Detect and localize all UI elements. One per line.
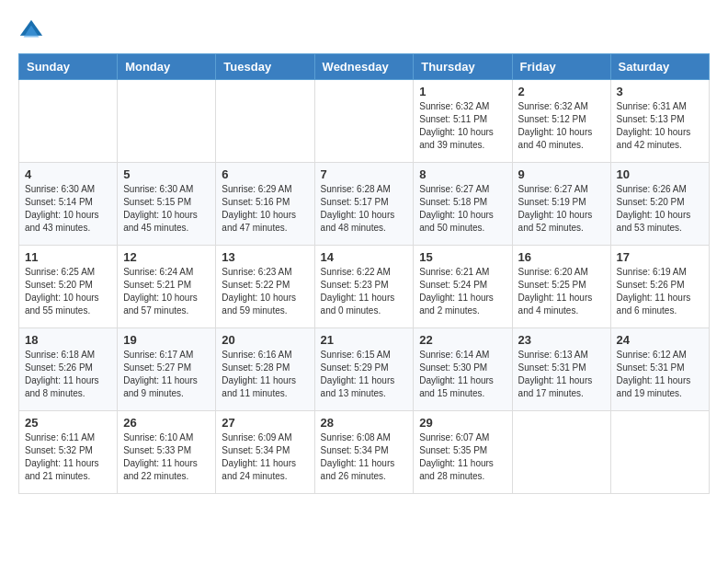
calendar-day-cell: 1Sunrise: 6:32 AM Sunset: 5:11 PM Daylig…	[414, 80, 512, 163]
calendar-day-cell: 13Sunrise: 6:23 AM Sunset: 5:22 PM Dayli…	[216, 246, 314, 328]
calendar-day-cell: 6Sunrise: 6:29 AM Sunset: 5:16 PM Daylig…	[216, 163, 314, 246]
day-number: 12	[123, 250, 210, 264]
calendar-day-cell: 5Sunrise: 6:30 AM Sunset: 5:15 PM Daylig…	[118, 163, 216, 246]
day-number: 14	[321, 250, 408, 264]
day-info: Sunrise: 6:22 AM Sunset: 5:23 PM Dayligh…	[321, 266, 408, 317]
day-number: 20	[222, 333, 308, 347]
day-number: 6	[222, 167, 308, 181]
weekday-header-sunday: Sunday	[19, 54, 118, 80]
calendar-day-cell: 7Sunrise: 6:28 AM Sunset: 5:17 PM Daylig…	[314, 163, 414, 246]
calendar-week-row: 11Sunrise: 6:25 AM Sunset: 5:20 PM Dayli…	[19, 246, 710, 328]
day-info: Sunrise: 6:28 AM Sunset: 5:17 PM Dayligh…	[321, 183, 408, 235]
day-info: Sunrise: 6:20 AM Sunset: 5:25 PM Dayligh…	[518, 266, 605, 317]
day-number: 15	[419, 250, 506, 264]
day-number: 9	[518, 167, 605, 181]
calendar-day-cell	[118, 80, 216, 163]
day-number: 10	[617, 167, 703, 181]
day-number: 3	[617, 85, 703, 98]
day-number: 7	[321, 167, 408, 181]
day-number: 22	[419, 333, 506, 347]
day-info: Sunrise: 6:23 AM Sunset: 5:22 PM Dayligh…	[222, 266, 308, 317]
day-number: 18	[25, 333, 111, 347]
weekday-header-wednesday: Wednesday	[314, 54, 414, 80]
day-number: 5	[123, 167, 210, 181]
day-number: 2	[518, 85, 605, 98]
calendar-week-row: 18Sunrise: 6:18 AM Sunset: 5:26 PM Dayli…	[19, 328, 710, 411]
day-info: Sunrise: 6:08 AM Sunset: 5:34 PM Dayligh…	[321, 431, 408, 483]
day-info: Sunrise: 6:10 AM Sunset: 5:33 PM Dayligh…	[123, 431, 210, 483]
calendar-day-cell	[216, 80, 314, 163]
calendar-week-row: 4Sunrise: 6:30 AM Sunset: 5:14 PM Daylig…	[19, 163, 710, 246]
day-info: Sunrise: 6:18 AM Sunset: 5:26 PM Dayligh…	[25, 349, 111, 400]
day-number: 13	[222, 250, 308, 264]
day-info: Sunrise: 6:11 AM Sunset: 5:32 PM Dayligh…	[25, 431, 111, 483]
day-info: Sunrise: 6:07 AM Sunset: 5:35 PM Dayligh…	[419, 431, 506, 483]
day-info: Sunrise: 6:29 AM Sunset: 5:16 PM Dayligh…	[222, 183, 308, 235]
day-info: Sunrise: 6:13 AM Sunset: 5:31 PM Dayligh…	[518, 349, 605, 400]
day-info: Sunrise: 6:30 AM Sunset: 5:14 PM Dayligh…	[25, 183, 111, 235]
day-number: 21	[321, 333, 408, 347]
day-info: Sunrise: 6:16 AM Sunset: 5:28 PM Dayligh…	[222, 349, 308, 400]
calendar-day-cell: 12Sunrise: 6:24 AM Sunset: 5:21 PM Dayli…	[118, 246, 216, 328]
day-info: Sunrise: 6:14 AM Sunset: 5:30 PM Dayligh…	[419, 349, 506, 400]
calendar-day-cell: 24Sunrise: 6:12 AM Sunset: 5:31 PM Dayli…	[610, 328, 709, 411]
weekday-header-tuesday: Tuesday	[216, 54, 314, 80]
calendar-day-cell: 16Sunrise: 6:20 AM Sunset: 5:25 PM Dayli…	[512, 246, 610, 328]
day-info: Sunrise: 6:17 AM Sunset: 5:27 PM Dayligh…	[123, 349, 210, 400]
day-info: Sunrise: 6:19 AM Sunset: 5:26 PM Dayligh…	[617, 266, 703, 317]
weekday-header-saturday: Saturday	[610, 54, 709, 80]
day-info: Sunrise: 6:25 AM Sunset: 5:20 PM Dayligh…	[25, 266, 111, 317]
calendar-day-cell: 20Sunrise: 6:16 AM Sunset: 5:28 PM Dayli…	[216, 328, 314, 411]
calendar-day-cell: 26Sunrise: 6:10 AM Sunset: 5:33 PM Dayli…	[118, 411, 216, 494]
logo-icon	[18, 18, 44, 44]
calendar-day-cell: 4Sunrise: 6:30 AM Sunset: 5:14 PM Daylig…	[19, 163, 118, 246]
day-info: Sunrise: 6:27 AM Sunset: 5:18 PM Dayligh…	[419, 183, 506, 235]
day-number: 8	[419, 167, 506, 181]
calendar-day-cell: 11Sunrise: 6:25 AM Sunset: 5:20 PM Dayli…	[19, 246, 118, 328]
day-number: 24	[617, 333, 703, 347]
calendar-day-cell	[512, 411, 610, 494]
calendar-week-row: 25Sunrise: 6:11 AM Sunset: 5:32 PM Dayli…	[19, 411, 710, 494]
day-number: 1	[419, 85, 506, 98]
page-header	[18, 18, 710, 44]
calendar-day-cell	[19, 80, 118, 163]
day-number: 28	[321, 416, 408, 430]
day-info: Sunrise: 6:09 AM Sunset: 5:34 PM Dayligh…	[222, 431, 308, 483]
calendar-day-cell: 9Sunrise: 6:27 AM Sunset: 5:19 PM Daylig…	[512, 163, 610, 246]
calendar-header: SundayMondayTuesdayWednesdayThursdayFrid…	[19, 54, 710, 80]
weekday-header-row: SundayMondayTuesdayWednesdayThursdayFrid…	[19, 54, 710, 80]
weekday-header-thursday: Thursday	[414, 54, 512, 80]
calendar-day-cell: 15Sunrise: 6:21 AM Sunset: 5:24 PM Dayli…	[414, 246, 512, 328]
calendar-day-cell: 23Sunrise: 6:13 AM Sunset: 5:31 PM Dayli…	[512, 328, 610, 411]
calendar-day-cell	[314, 80, 414, 163]
calendar-day-cell: 22Sunrise: 6:14 AM Sunset: 5:30 PM Dayli…	[414, 328, 512, 411]
day-number: 27	[222, 416, 308, 430]
calendar-day-cell: 19Sunrise: 6:17 AM Sunset: 5:27 PM Dayli…	[118, 328, 216, 411]
day-info: Sunrise: 6:30 AM Sunset: 5:15 PM Dayligh…	[123, 183, 210, 235]
day-number: 4	[25, 167, 111, 181]
calendar-day-cell: 10Sunrise: 6:26 AM Sunset: 5:20 PM Dayli…	[610, 163, 709, 246]
day-info: Sunrise: 6:32 AM Sunset: 5:11 PM Dayligh…	[419, 100, 506, 152]
calendar-table: SundayMondayTuesdayWednesdayThursdayFrid…	[18, 53, 710, 494]
day-info: Sunrise: 6:24 AM Sunset: 5:21 PM Dayligh…	[123, 266, 210, 317]
calendar-day-cell: 14Sunrise: 6:22 AM Sunset: 5:23 PM Dayli…	[314, 246, 414, 328]
day-info: Sunrise: 6:21 AM Sunset: 5:24 PM Dayligh…	[419, 266, 506, 317]
day-info: Sunrise: 6:32 AM Sunset: 5:12 PM Dayligh…	[518, 100, 605, 152]
day-number: 17	[617, 250, 703, 264]
calendar-day-cell: 17Sunrise: 6:19 AM Sunset: 5:26 PM Dayli…	[610, 246, 709, 328]
calendar-day-cell: 8Sunrise: 6:27 AM Sunset: 5:18 PM Daylig…	[414, 163, 512, 246]
day-number: 23	[518, 333, 605, 347]
calendar-day-cell	[610, 411, 709, 494]
calendar-day-cell: 25Sunrise: 6:11 AM Sunset: 5:32 PM Dayli…	[19, 411, 118, 494]
calendar-body: 1Sunrise: 6:32 AM Sunset: 5:11 PM Daylig…	[19, 80, 710, 494]
day-number: 19	[123, 333, 210, 347]
day-info: Sunrise: 6:27 AM Sunset: 5:19 PM Dayligh…	[518, 183, 605, 235]
calendar-day-cell: 21Sunrise: 6:15 AM Sunset: 5:29 PM Dayli…	[314, 328, 414, 411]
weekday-header-monday: Monday	[118, 54, 216, 80]
day-number: 11	[25, 250, 111, 264]
day-number: 26	[123, 416, 210, 430]
calendar-day-cell: 3Sunrise: 6:31 AM Sunset: 5:13 PM Daylig…	[610, 80, 709, 163]
day-number: 16	[518, 250, 605, 264]
calendar-day-cell: 2Sunrise: 6:32 AM Sunset: 5:12 PM Daylig…	[512, 80, 610, 163]
calendar-day-cell: 28Sunrise: 6:08 AM Sunset: 5:34 PM Dayli…	[314, 411, 414, 494]
